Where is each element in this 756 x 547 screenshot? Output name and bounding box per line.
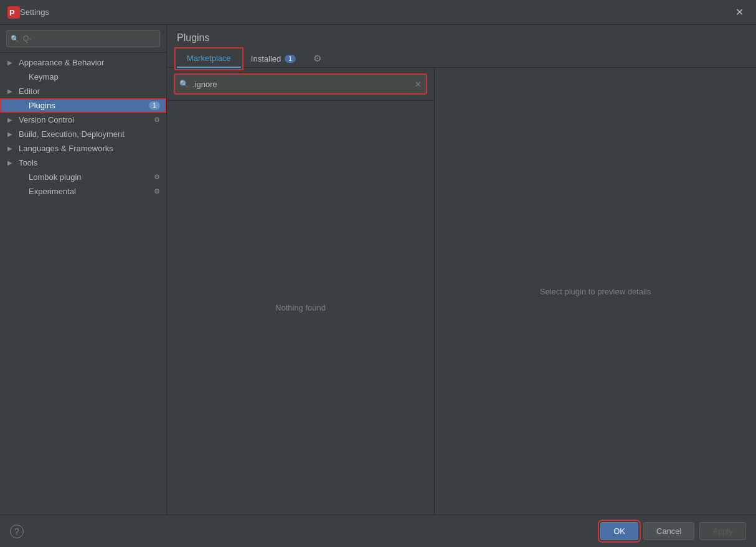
tab-installed-label: Installed xyxy=(251,54,281,63)
sidebar-item-version-control[interactable]: ▶ Version Control ⚙ xyxy=(0,113,166,127)
sidebar-item-label: Experimental xyxy=(29,187,150,196)
plugins-search-wrapper: 🔍 ✕ xyxy=(174,74,427,94)
sidebar-item-build[interactable]: ▶ Build, Execution, Deployment xyxy=(0,127,166,141)
arrow-icon: ▶ xyxy=(7,116,15,123)
sidebar-search-wrapper: 🔍 xyxy=(6,30,160,47)
sidebar-item-label: Keymap xyxy=(29,72,160,82)
svg-text:P: P xyxy=(9,8,15,17)
plugins-title: Plugins xyxy=(177,32,746,44)
sidebar-search-input[interactable] xyxy=(6,30,160,47)
plugins-nothing-found: Nothing found xyxy=(167,101,434,515)
ok-button[interactable]: OK xyxy=(600,522,638,540)
plugins-content: 🔍 ✕ Nothing found Select plugin to previ… xyxy=(167,68,756,515)
sidebar-item-label: Tools xyxy=(19,158,160,167)
tab-marketplace[interactable]: Marketplace xyxy=(177,50,241,68)
nothing-found-text: Nothing found xyxy=(275,303,326,312)
sidebar-item-tools[interactable]: ▶ Tools xyxy=(0,156,166,170)
sidebar-item-keymap[interactable]: Keymap xyxy=(0,70,166,84)
sidebar-search-icon: 🔍 xyxy=(11,35,19,43)
arrow-icon: ▶ xyxy=(7,131,15,138)
main-content: 🔍 ▶ Appearance & Behavior Keymap ▶ Edito… xyxy=(0,25,756,515)
help-button[interactable]: ? xyxy=(10,525,24,538)
sidebar-search-area: 🔍 xyxy=(0,25,166,53)
plugins-preview-panel: Select plugin to preview details xyxy=(435,68,756,515)
tab-installed-content: Installed 1 xyxy=(251,54,296,63)
sidebar-item-label: Editor xyxy=(19,86,160,96)
bottom-bar: ? OK Cancel Apply xyxy=(0,515,756,547)
sidebar-item-label: Languages & Frameworks xyxy=(19,144,160,153)
title-bar: P Settings ✕ xyxy=(0,0,756,25)
plugins-tabs: Marketplace Installed 1 ⚙ xyxy=(177,50,746,67)
sidebar-item-label: Build, Execution, Deployment xyxy=(19,129,160,139)
tab-marketplace-label: Marketplace xyxy=(187,54,231,63)
plugins-list-panel: 🔍 ✕ Nothing found xyxy=(167,68,435,515)
sidebar-item-plugins[interactable]: Plugins 1 xyxy=(0,98,166,113)
preview-hint-text: Select plugin to preview details xyxy=(540,287,651,296)
close-button[interactable]: ✕ xyxy=(730,5,749,20)
plugins-badge: 1 xyxy=(149,101,160,110)
arrow-icon: ▶ xyxy=(7,59,15,66)
sidebar-item-label: Appearance & Behavior xyxy=(19,58,160,67)
plugins-search-icon: 🔍 xyxy=(179,80,189,88)
sidebar-item-languages[interactable]: ▶ Languages & Frameworks xyxy=(0,141,166,156)
plugins-settings-icon[interactable]: ⚙ xyxy=(311,50,324,67)
plugins-search-clear-icon[interactable]: ✕ xyxy=(415,80,422,89)
dialog-title: Settings xyxy=(20,7,730,17)
sidebar-item-label: Version Control xyxy=(19,115,150,124)
plugins-header: Plugins Marketplace Installed 1 ⚙ xyxy=(167,25,756,68)
arrow-icon: ▶ xyxy=(7,159,15,166)
right-panel: Plugins Marketplace Installed 1 ⚙ xyxy=(167,25,756,515)
arrow-icon: ▶ xyxy=(7,145,15,152)
app-logo-icon: P xyxy=(7,6,20,19)
sidebar-item-label: Plugins xyxy=(29,101,145,110)
gear-icon: ⚙ xyxy=(154,173,160,181)
tab-installed[interactable]: Installed 1 xyxy=(241,50,306,67)
plugins-search-bar: 🔍 ✕ xyxy=(167,68,434,101)
gear-icon: ⚙ xyxy=(154,187,160,195)
installed-badge: 1 xyxy=(285,55,296,63)
sidebar-tree: ▶ Appearance & Behavior Keymap ▶ Editor … xyxy=(0,53,166,515)
sidebar-item-lombok[interactable]: Lombok plugin ⚙ xyxy=(0,170,166,184)
sidebar-item-label: Lombok plugin xyxy=(29,172,150,182)
arrow-icon: ▶ xyxy=(7,88,15,95)
gear-icon: ⚙ xyxy=(154,116,160,124)
sidebar-item-appearance[interactable]: ▶ Appearance & Behavior xyxy=(0,55,166,70)
apply-button[interactable]: Apply xyxy=(699,522,746,540)
sidebar: 🔍 ▶ Appearance & Behavior Keymap ▶ Edito… xyxy=(0,25,167,515)
sidebar-item-editor[interactable]: ▶ Editor xyxy=(0,84,166,98)
cancel-button[interactable]: Cancel xyxy=(643,522,694,540)
plugins-search-input[interactable] xyxy=(174,74,427,94)
sidebar-item-experimental[interactable]: Experimental ⚙ xyxy=(0,184,166,199)
